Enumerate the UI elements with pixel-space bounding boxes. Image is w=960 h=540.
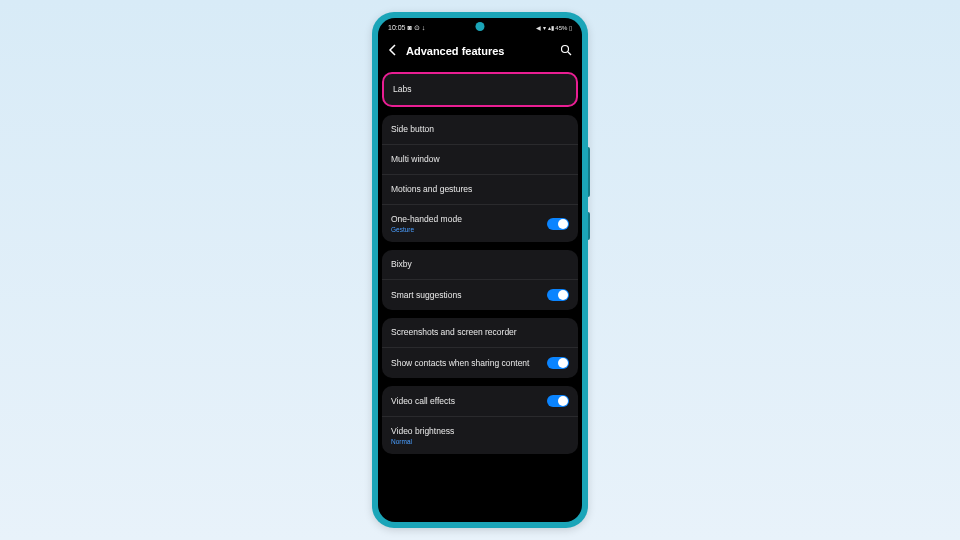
status-icons-left: ◙ ⊙ ↓	[408, 24, 426, 32]
screen: 10:05 ◙ ⊙ ↓ ◀ ▾ ▴▮ 45% ▯ Advanced featur…	[378, 18, 582, 522]
status-time: 10:05	[388, 24, 406, 31]
labs-label: Labs	[393, 84, 567, 95]
one-handed-row[interactable]: One-handed mode Gesture	[382, 205, 578, 242]
camera-notch	[476, 22, 485, 31]
side-button-label: Side button	[391, 124, 434, 135]
phone-hardware-button	[588, 147, 590, 197]
svg-line-1	[568, 52, 571, 55]
group-3: Screenshots and screen recorder Show con…	[382, 318, 578, 378]
group-4: Video call effects Video brightness Norm…	[382, 386, 578, 454]
phone-hardware-button-2	[588, 212, 590, 240]
show-contacts-toggle[interactable]	[547, 357, 569, 369]
smart-suggestions-label: Smart suggestions	[391, 290, 461, 301]
header: Advanced features	[378, 34, 582, 72]
show-contacts-row[interactable]: Show contacts when sharing content	[382, 348, 578, 378]
side-button-row[interactable]: Side button	[382, 115, 578, 145]
multi-window-label: Multi window	[391, 154, 440, 165]
video-brightness-label: Video brightness	[391, 426, 569, 437]
video-brightness-sublabel: Normal	[391, 438, 569, 445]
screenshots-label: Screenshots and screen recorder	[391, 327, 517, 338]
labs-row[interactable]: Labs	[382, 72, 578, 107]
group-1: Side button Multi window Motions and ges…	[382, 115, 578, 242]
motions-label: Motions and gestures	[391, 184, 472, 195]
settings-content: Labs Side button Multi window Motions an…	[378, 72, 582, 454]
status-icons-right: ◀ ▾ ▴▮ 45% ▯	[536, 24, 572, 31]
bixby-label: Bixby	[391, 259, 412, 270]
show-contacts-label: Show contacts when sharing content	[391, 358, 529, 369]
video-call-label: Video call effects	[391, 396, 455, 407]
back-icon[interactable]	[388, 44, 398, 58]
screenshots-row[interactable]: Screenshots and screen recorder	[382, 318, 578, 348]
one-handed-sublabel: Gesture	[391, 226, 547, 233]
search-icon[interactable]	[560, 44, 572, 58]
one-handed-label: One-handed mode	[391, 214, 547, 225]
phone-frame: 10:05 ◙ ⊙ ↓ ◀ ▾ ▴▮ 45% ▯ Advanced featur…	[372, 12, 588, 528]
group-2: Bixby Smart suggestions	[382, 250, 578, 310]
page-title: Advanced features	[406, 45, 552, 57]
multi-window-row[interactable]: Multi window	[382, 145, 578, 175]
bixby-row[interactable]: Bixby	[382, 250, 578, 280]
one-handed-toggle[interactable]	[547, 218, 569, 230]
smart-suggestions-row[interactable]: Smart suggestions	[382, 280, 578, 310]
video-call-toggle[interactable]	[547, 395, 569, 407]
video-brightness-row[interactable]: Video brightness Normal	[382, 417, 578, 454]
smart-suggestions-toggle[interactable]	[547, 289, 569, 301]
motions-row[interactable]: Motions and gestures	[382, 175, 578, 205]
video-call-row[interactable]: Video call effects	[382, 386, 578, 417]
svg-point-0	[562, 46, 569, 53]
